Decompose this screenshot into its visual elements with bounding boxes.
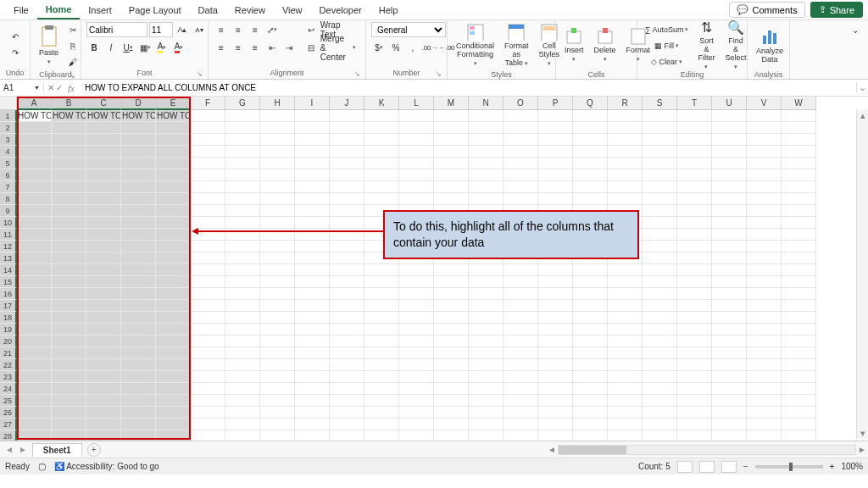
cell-A9[interactable] <box>17 205 52 217</box>
cell-V19[interactable] <box>747 324 782 336</box>
normal-view-button[interactable] <box>677 461 693 473</box>
cell-S15[interactable] <box>643 276 677 288</box>
cell-U11[interactable] <box>712 229 747 241</box>
align-middle-button[interactable]: ≡ <box>231 22 246 37</box>
cell-G17[interactable] <box>225 300 260 312</box>
cell-T15[interactable] <box>677 276 712 288</box>
cell-M2[interactable] <box>434 122 469 134</box>
tab-file[interactable]: File <box>5 2 37 19</box>
cell-I27[interactable] <box>295 419 330 430</box>
cell-W3[interactable] <box>782 134 816 146</box>
cell-S14[interactable] <box>643 264 677 276</box>
row-header-28[interactable]: 28 <box>0 430 17 441</box>
cell-E17[interactable] <box>156 300 191 312</box>
cell-L4[interactable] <box>399 146 434 158</box>
cell-C5[interactable] <box>86 158 121 169</box>
format-as-table-button[interactable]: Format as Table <box>501 22 532 69</box>
cell-C1[interactable]: HOW TO E <box>86 110 121 122</box>
row-header-10[interactable]: 10 <box>0 217 17 229</box>
cell-O5[interactable] <box>504 158 538 169</box>
share-button[interactable]: ⇪ Share <box>810 2 863 18</box>
horizontal-scrollbar[interactable]: ◄ ► <box>546 444 868 456</box>
cell-J15[interactable] <box>330 276 364 288</box>
cell-F27[interactable] <box>191 419 225 430</box>
cell-U19[interactable] <box>712 324 747 336</box>
cell-Q21[interactable] <box>573 347 608 359</box>
cell-B19[interactable] <box>52 324 86 336</box>
cell-B5[interactable] <box>52 158 86 169</box>
cell-S21[interactable] <box>643 347 677 359</box>
cell-R2[interactable] <box>608 122 643 134</box>
cell-H9[interactable] <box>260 205 295 217</box>
cell-E12[interactable] <box>156 241 191 252</box>
cell-C17[interactable] <box>86 300 121 312</box>
cell-O20[interactable] <box>504 336 538 347</box>
cell-A23[interactable] <box>17 371 52 383</box>
cell-O16[interactable] <box>504 288 538 300</box>
cell-I18[interactable] <box>295 312 330 324</box>
cell-L20[interactable] <box>399 336 434 347</box>
cell-W9[interactable] <box>782 205 816 217</box>
cell-G22[interactable] <box>225 359 260 371</box>
cell-V1[interactable] <box>747 110 782 122</box>
row-header-27[interactable]: 27 <box>0 419 17 430</box>
cell-C9[interactable] <box>86 205 121 217</box>
cell-O6[interactable] <box>504 169 538 181</box>
cell-N15[interactable] <box>469 276 504 288</box>
cell-H19[interactable] <box>260 324 295 336</box>
row-header-13[interactable]: 13 <box>0 252 17 264</box>
cell-I22[interactable] <box>295 359 330 371</box>
cell-P4[interactable] <box>538 146 573 158</box>
cell-A24[interactable] <box>17 383 52 395</box>
zoom-level[interactable]: 100% <box>841 462 863 471</box>
cell-H25[interactable] <box>260 395 295 407</box>
cell-H13[interactable] <box>260 252 295 264</box>
cell-F16[interactable] <box>191 288 225 300</box>
cell-N6[interactable] <box>469 169 504 181</box>
align-center-button[interactable]: ≡ <box>231 40 246 55</box>
cell-M3[interactable] <box>434 134 469 146</box>
cell-F26[interactable] <box>191 407 225 419</box>
cell-V9[interactable] <box>747 205 782 217</box>
cell-M8[interactable] <box>434 193 469 205</box>
row-header-23[interactable]: 23 <box>0 371 17 383</box>
cell-J28[interactable] <box>330 430 364 441</box>
cell-G10[interactable] <box>225 217 260 229</box>
column-header-W[interactable]: W <box>782 97 816 110</box>
cell-M5[interactable] <box>434 158 469 169</box>
cell-C18[interactable] <box>86 312 121 324</box>
cell-G21[interactable] <box>225 347 260 359</box>
cell-G15[interactable] <box>225 276 260 288</box>
cell-L17[interactable] <box>399 300 434 312</box>
cell-O8[interactable] <box>504 193 538 205</box>
scroll-right-icon[interactable]: ► <box>856 445 868 454</box>
row-header-22[interactable]: 22 <box>0 359 17 371</box>
tab-view[interactable]: View <box>274 2 311 19</box>
cell-S23[interactable] <box>643 371 677 383</box>
tab-data[interactable]: Data <box>190 2 226 19</box>
cell-A3[interactable] <box>17 134 52 146</box>
row-header-11[interactable]: 11 <box>0 229 17 241</box>
cell-J4[interactable] <box>330 146 364 158</box>
cell-R4[interactable] <box>608 146 643 158</box>
cell-J14[interactable] <box>330 264 364 276</box>
column-header-B[interactable]: B <box>52 97 86 110</box>
cell-S28[interactable] <box>643 430 677 441</box>
cell-H3[interactable] <box>260 134 295 146</box>
cell-D27[interactable] <box>121 419 156 430</box>
cell-M25[interactable] <box>434 395 469 407</box>
tab-insert[interactable]: Insert <box>80 2 120 19</box>
cell-Q1[interactable] <box>573 110 608 122</box>
dialog-launcher-icon[interactable]: ↘ <box>197 70 203 78</box>
cell-P27[interactable] <box>538 419 573 430</box>
cell-F21[interactable] <box>191 347 225 359</box>
row-header-24[interactable]: 24 <box>0 383 17 395</box>
column-header-J[interactable]: J <box>330 97 364 110</box>
analyze-data-button[interactable]: Analyze Data <box>753 22 787 69</box>
cell-B13[interactable] <box>52 252 86 264</box>
cell-V15[interactable] <box>747 276 782 288</box>
column-header-D[interactable]: D <box>121 97 156 110</box>
cell-B11[interactable] <box>52 229 86 241</box>
cell-W11[interactable] <box>782 229 816 241</box>
cell-G26[interactable] <box>225 407 260 419</box>
